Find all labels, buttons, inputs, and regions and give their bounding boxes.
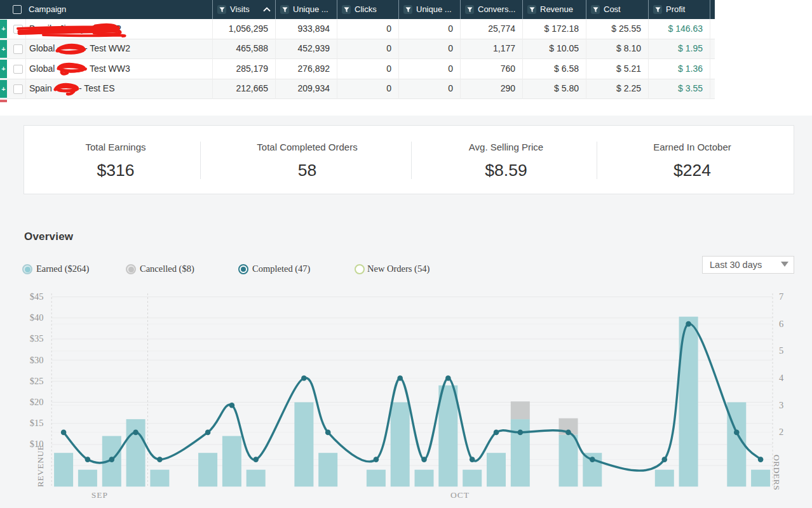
svg-text:$25: $25 [30, 376, 44, 386]
svg-text:2: 2 [779, 427, 783, 437]
svg-text:7: 7 [779, 291, 783, 302]
svg-text:$30: $30 [30, 355, 44, 365]
svg-text:3: 3 [779, 400, 783, 410]
svg-text:$40: $40 [30, 312, 44, 323]
svg-text:OCT: OCT [450, 490, 470, 500]
svg-text:$20: $20 [30, 397, 44, 407]
svg-text:$15: $15 [30, 418, 44, 428]
svg-text:$35: $35 [30, 333, 44, 344]
svg-text:$45: $45 [30, 291, 44, 302]
svg-text:REVENUE: REVENUE [36, 445, 45, 488]
svg-text:4: 4 [779, 373, 784, 383]
svg-text:5: 5 [779, 345, 783, 356]
svg-text:ORDERS: ORDERS [772, 455, 782, 490]
svg-text:6: 6 [779, 319, 783, 329]
svg-text:SEP: SEP [91, 490, 108, 500]
